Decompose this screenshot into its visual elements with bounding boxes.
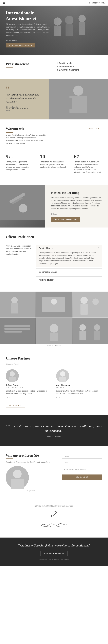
svg-rect-38 (94, 331, 100, 340)
stat-number-1: 5 km (6, 154, 34, 160)
svg-point-9 (73, 86, 83, 96)
beratung-section: Kostenlose Beratung Wir wissen, dass es … (0, 185, 108, 228)
gallery-section: Bilder von: Freepik (0, 292, 108, 349)
signature-svg (40, 520, 68, 529)
hero-cta-button[interactable]: BERATUNG VEREINBAREN (6, 43, 35, 48)
svg-rect-26 (92, 305, 99, 315)
hero-title: Internationale Anwaltskanzlei (6, 10, 52, 21)
partner-card-1: Jeffrey Brown KREATIVER LEITER Sample te… (6, 369, 52, 398)
twitter-icon-2[interactable]: t (58, 396, 58, 398)
svg-rect-33 (50, 332, 58, 341)
quote-background-image (49, 79, 108, 120)
svg-point-46 (13, 470, 22, 478)
partners-title: Unsere Partner (6, 356, 102, 360)
quote-content: " "Ihr Vertrauen zu gewinnen und zu beha… (0, 81, 46, 117)
warum-header: Warum wir Unsere Anwälte legen großen We… (6, 127, 102, 145)
support-line (6, 458, 13, 459)
dark-quote-author: Franzyn Grünther (6, 436, 102, 438)
chevron-down-icon-commercial: ⌄ (98, 271, 100, 273)
stat-label-2: Fähigkeiten: Wir haben Büros in einigen … (40, 160, 68, 168)
signature-image: 🖊 (6, 510, 102, 518)
quote-author-title: Anwalt (6, 110, 40, 111)
mehr-sehen-button[interactable]: MEHR SEHEN (6, 403, 25, 408)
beratung-title: Kostenlose Beratung (51, 191, 102, 194)
stat-label-1: Partner, Anwälte, juristische Assistente… (6, 160, 34, 171)
support-description: Sample text. Click to select the Text El… (6, 461, 56, 464)
partner-role-1: KREATIVER LEITER (6, 387, 52, 388)
email-input[interactable] (62, 460, 102, 466)
position-body-criminal: Lorem ipsum dolor sit amet, consectetur … (36, 251, 102, 267)
final-quote-section: "Verzögerte Gerechtigkeit ist verweigert… (0, 538, 108, 566)
beratung-image-credit: Bild von: (51, 213, 102, 215)
stat-item-3: 67 Partnerschaften im Ausland: Wir haben… (74, 154, 102, 174)
svg-rect-29 (4, 328, 30, 330)
stat-number-value-1: 5 (6, 154, 8, 160)
position-left-text: Antworten, Anwälte jeder großen Welt und… (6, 245, 32, 284)
chevron-down-icon-articling: ⌄ (98, 279, 100, 281)
gallery-caption: Bilder von: Freepik (0, 344, 108, 348)
svg-point-15 (19, 204, 27, 212)
address-input[interactable] (62, 467, 102, 472)
facebook-icon-2[interactable]: f (56, 396, 57, 398)
partner-card-2: Ann Richmond KREATIVER LEITER Sample tex… (56, 369, 102, 398)
positions-title: Offene Positionen (6, 235, 102, 239)
linkedin-icon-2[interactable]: in (59, 396, 60, 398)
final-quote-button[interactable]: KONTAKT AUFNEHMEN (40, 551, 68, 556)
praxisbereiche-list: Familienrecht Immobilienrecht Einwanderu… (52, 62, 102, 72)
svg-point-40 (10, 371, 15, 376)
partners-grid: Jeffrey Brown KREATIVER LEITER Sample te… (6, 369, 102, 398)
svg-point-43 (60, 371, 65, 376)
warum-section: Warum wir Unsere Anwälte legen großen We… (0, 120, 108, 185)
hero-description: Wir streben danach, Ihre rechtlichen Anl… (6, 23, 52, 37)
praxisbereiche-left: Praxisbereiche (6, 62, 52, 68)
final-caption: Sample text. Click to start the Text Ele… (6, 559, 102, 560)
warum-line (6, 132, 13, 132)
gallery-grid (0, 292, 108, 344)
mehr-lesen-button[interactable]: MEHR LESEN (85, 127, 102, 131)
praxisbereiche-section: Praxisbereiche Familienrecht Immobilienr… (0, 55, 108, 79)
svg-point-37 (94, 324, 100, 331)
support-section: Wir unterstützen Sie Sample text. Click … (0, 446, 108, 499)
svg-rect-12 (0, 185, 45, 220)
dark-quote-text: "Wir bei Libra wissen, wie wichtig Vertr… (6, 424, 102, 433)
list-item: Einwanderungsrecht (59, 68, 102, 71)
stats-row: 5 km Partner, Anwälte, juristische Assis… (6, 149, 102, 178)
position-item-articling: Articling student ⌄ (36, 276, 102, 283)
hero-section: Internationale Anwaltskanzlei Wir strebe… (0, 6, 108, 55)
svg-rect-28 (4, 325, 30, 327)
position-header-commercial[interactable]: Commercial lawyer ⌄ (36, 268, 102, 275)
svg-point-35 (79, 324, 86, 331)
quote-text: "Ihr Vertrauen zu gewinnen und zu behalt… (6, 93, 40, 104)
praxisbereiche-line (6, 67, 13, 68)
position-header-criminal[interactable]: Criminal lawyer ⌃ (36, 245, 102, 251)
position-item-criminal: Criminal lawyer ⌃ Lorem ipsum dolor sit … (36, 245, 102, 267)
signature-section: Sample text. Click to start the Text Ele… (0, 499, 108, 538)
position-title-criminal: Criminal lawyer (39, 247, 54, 249)
svg-rect-22 (72, 292, 108, 318)
warum-description: Unsere Anwälte legen großen Wert darauf,… (6, 134, 46, 145)
facebook-icon-1[interactable]: f (6, 396, 6, 398)
stat-number-3: 67 (74, 154, 102, 160)
form-submit-button[interactable]: LEARN MORE (62, 474, 102, 480)
position-header-articling[interactable]: Articling student ⌄ (36, 276, 102, 283)
signature-caption: Sample text. Click to start the Text Ele… (6, 505, 102, 507)
partner-description-2: Sample text. Click to select the text bo… (56, 390, 102, 395)
gallery-item-3 (72, 292, 108, 318)
beratung-description: Wir wissen, dass es schwierig sein kann,… (51, 196, 102, 210)
praxisbereiche-title: Praxisbereiche (6, 62, 52, 66)
position-layout: Antworten, Anwälte jeder großen Welt und… (6, 245, 102, 284)
position-title-commercial: Commercial lawyer (39, 271, 57, 273)
menu-icon[interactable]: ☰ (3, 1, 5, 4)
twitter-icon-1[interactable]: t (7, 396, 8, 398)
final-quote-text: "Verzögerte Gerechtigkeit ist verweigert… (6, 543, 102, 548)
linkedin-icon-1[interactable]: in (8, 396, 10, 398)
svg-rect-18 (11, 304, 18, 314)
form-email-group (62, 460, 102, 466)
name-input[interactable] (62, 453, 102, 458)
support-image-caption: Image from: (6, 490, 56, 492)
beratung-image (0, 185, 45, 228)
beratung-cta-button[interactable]: BERATUNG VEREINBAREN (51, 217, 80, 222)
svg-point-32 (50, 324, 58, 332)
partner-name-1: Jeffrey Brown (6, 384, 52, 386)
partner-description-1: Sample text. Click to select the text bo… (6, 390, 52, 395)
